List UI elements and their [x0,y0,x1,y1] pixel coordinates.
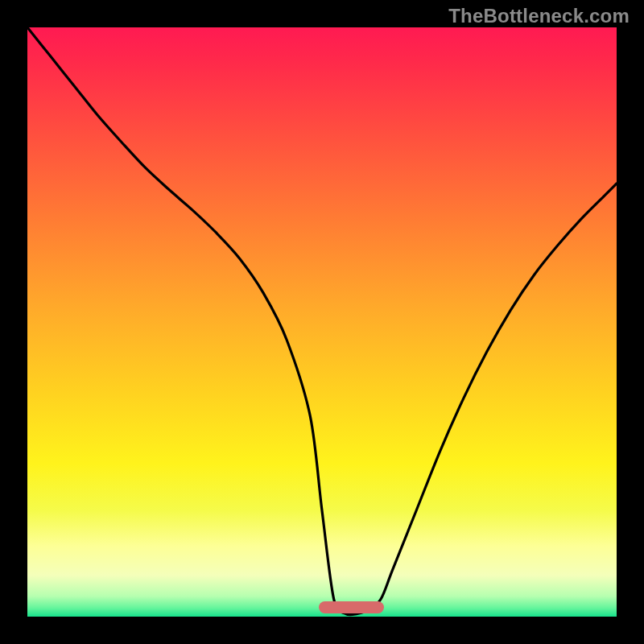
chart-frame: TheBottleneck.com [0,0,644,644]
plot-area [27,27,617,617]
bottleneck-curve [27,27,617,617]
watermark-text: TheBottleneck.com [448,5,630,27]
optimal-marker [319,601,384,613]
